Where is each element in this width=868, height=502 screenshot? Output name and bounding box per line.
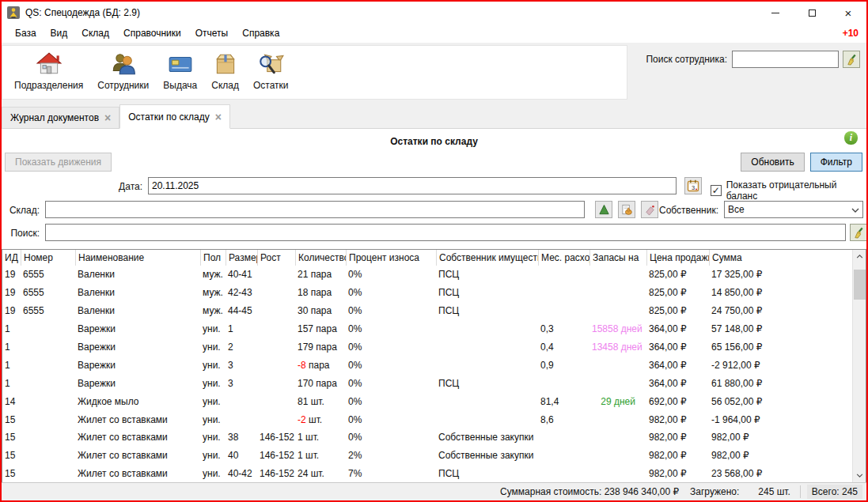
- column-header[interactable]: Мес. расход: [538, 250, 589, 266]
- filter-button[interactable]: Фильтр: [810, 153, 862, 172]
- cell-qty: -2 шт.: [295, 414, 346, 425]
- cell-id: 15: [2, 414, 21, 425]
- warehouse-tree-button[interactable]: [595, 201, 612, 218]
- cell-monthly: 81,4: [538, 396, 589, 407]
- cell-sum: -1 964,00 ₽: [709, 414, 852, 425]
- menu-item[interactable]: База: [8, 25, 44, 41]
- cell-sum: 57 148,00 ₽: [709, 323, 852, 334]
- scrollbar-thumb[interactable]: [854, 270, 866, 300]
- toolbar-button-label: Сотрудники: [97, 80, 149, 91]
- negative-balance-checkbox[interactable]: ✓ Показать отрицательный баланс: [711, 179, 866, 202]
- show-movements-button[interactable]: Показать движения: [5, 153, 112, 172]
- toolbar-button-divisions[interactable]: Подразделения: [7, 49, 90, 92]
- date-label: Дата:: [2, 178, 142, 195]
- employee-search-input[interactable]: [732, 51, 839, 68]
- column-header[interactable]: Рост: [257, 250, 295, 266]
- svg-text:3: 3: [692, 184, 695, 191]
- table-row[interactable]: 196555Валенкимуж.44-4530 пара0%ПСЦ825,00…: [2, 302, 852, 320]
- table-row[interactable]: 1Варежкиуни.2179 пара0%0,413458 дней364,…: [2, 338, 852, 357]
- table-row[interactable]: 1Варежкиуни.1157 пара0%0,315858 дней364,…: [2, 320, 852, 338]
- cell-id: 19: [2, 269, 21, 280]
- scroll-up-icon[interactable]: [853, 250, 866, 263]
- table-row[interactable]: 196555Валенкимуж.42-4318 пара0%ПСЦ825,00…: [2, 284, 852, 302]
- menu-item[interactable]: Справка: [235, 25, 286, 41]
- cell-qty: 157 пара: [295, 323, 346, 334]
- column-header[interactable]: Пол: [200, 250, 226, 266]
- cell-id: 19: [2, 305, 21, 316]
- calendar-icon: 3: [687, 179, 699, 192]
- clear-employee-search-button[interactable]: [843, 51, 860, 68]
- calendar-button[interactable]: 3: [684, 177, 702, 194]
- table-row[interactable]: 15Жилет со вставкамиуни.38146-1521 шт.0%…: [2, 428, 852, 447]
- table-row[interactable]: 196555Валенкимуж.40-4121 пара0%ПСЦ825,00…: [2, 266, 852, 284]
- toolbar-button-label: Подразделения: [14, 80, 83, 91]
- column-header[interactable]: Количество: [295, 250, 346, 266]
- menu-item[interactable]: Отчеты: [188, 25, 235, 41]
- cell-monthly: 0,9: [538, 360, 589, 371]
- menu-item[interactable]: Склад: [74, 25, 116, 41]
- tab-documents-journal[interactable]: Журнал документов×: [2, 107, 119, 128]
- table-row[interactable]: 14Жидкое мылоуни.81 шт.0%81,429 дней692,…: [2, 392, 852, 410]
- warehouse-clear-button[interactable]: [641, 201, 658, 218]
- date-input[interactable]: [148, 177, 677, 194]
- menu-item[interactable]: Вид: [44, 25, 75, 41]
- toolbar-button-warehouse[interactable]: Склад: [204, 49, 246, 92]
- cell-growth: 146-152: [257, 468, 295, 479]
- toolbar-button-remainders[interactable]: Остатки: [246, 49, 296, 92]
- broom-icon: [853, 227, 865, 239]
- cell-sum: 23 568,00 ₽: [709, 468, 852, 479]
- search-input[interactable]: [45, 224, 846, 241]
- refresh-button[interactable]: Обновить: [741, 153, 804, 172]
- status-divider: [800, 485, 801, 498]
- cell-price: 982,00 ₽: [646, 468, 709, 479]
- table-row[interactable]: 15Жилет со вставкамиуни.40146-1521 шт.2%…: [2, 447, 852, 465]
- cell-gender: уни.: [200, 378, 226, 389]
- warehouse-input[interactable]: [45, 201, 585, 218]
- column-header[interactable]: Цена продажи: [646, 250, 709, 266]
- cell-id: 19: [2, 287, 21, 298]
- maximize-button[interactable]: [794, 2, 830, 24]
- warehouse-pick-button[interactable]: [618, 201, 635, 218]
- table-row[interactable]: 1Варежкиуни.3-8 пара0%0,9364,00 ₽-2 912,…: [2, 356, 852, 374]
- toolbar-button-employees[interactable]: Сотрудники: [90, 49, 156, 92]
- cell-wear: 0%: [346, 378, 436, 389]
- info-icon[interactable]: i: [844, 131, 858, 145]
- cell-owner: ПСЦ: [436, 287, 538, 298]
- update-badge[interactable]: +10: [843, 28, 859, 39]
- cell-sum: 61 880,00 ₽: [709, 378, 852, 389]
- cell-gender: уни.: [200, 432, 226, 443]
- column-header[interactable]: Наименование: [75, 250, 200, 266]
- column-header[interactable]: Запасы на: [589, 250, 646, 266]
- toolbar-button-issue[interactable]: Выдача: [156, 49, 204, 92]
- cell-id: 15: [2, 450, 21, 461]
- cell-gender: уни.: [200, 323, 226, 334]
- cell-id: 15: [2, 432, 21, 443]
- column-header[interactable]: Номер: [21, 250, 75, 266]
- cell-qty: 30 пара: [295, 305, 346, 316]
- tab-close-icon[interactable]: ×: [104, 112, 111, 123]
- clear-search-button[interactable]: [850, 224, 867, 241]
- menu-bar-items: БазаВидСкладСправочникиОтчетыСправка: [8, 25, 286, 41]
- minimize-button[interactable]: [757, 2, 794, 24]
- owner-combo[interactable]: Все: [724, 201, 863, 218]
- tab-bar: Журнал документов×Остатки по складу×: [2, 104, 866, 129]
- cell-qty: 1 шт.: [295, 450, 346, 461]
- column-header[interactable]: Сумма: [709, 250, 852, 266]
- vertical-scrollbar[interactable]: [852, 250, 866, 482]
- table-row[interactable]: 1Варежкиуни.3170 пара0%ПСЦ364,00 ₽61 880…: [2, 374, 852, 392]
- cell-size: 3: [226, 378, 257, 389]
- cell-wear: 0%: [346, 269, 436, 280]
- column-header[interactable]: Размер: [226, 250, 257, 266]
- scroll-down-icon[interactable]: [853, 469, 866, 482]
- column-header[interactable]: ИД: [2, 250, 21, 266]
- table-row[interactable]: 15Жилет со вставкамиуни.-2 шт.0%8,6982,0…: [2, 410, 852, 428]
- tab-close-icon[interactable]: ×: [215, 111, 222, 123]
- tab-stock-remainders[interactable]: Остатки по складу×: [119, 104, 230, 129]
- table-row[interactable]: 15Жилет со вставкамиуни.40-42146-15224 ш…: [2, 465, 852, 482]
- cell-gender: муж.: [200, 269, 226, 280]
- close-button[interactable]: ×: [830, 2, 866, 24]
- cell-owner: ПСЦ: [436, 269, 538, 280]
- column-header[interactable]: Собственник имущества: [436, 250, 538, 266]
- column-header[interactable]: Процент износа: [346, 250, 436, 266]
- menu-item[interactable]: Справочники: [116, 25, 188, 41]
